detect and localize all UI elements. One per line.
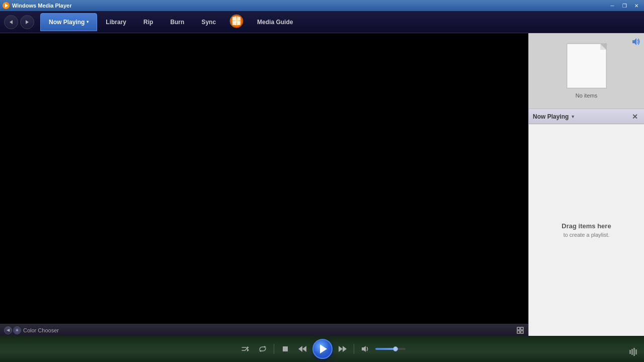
tab-media-guide[interactable]: Media Guide — [249, 13, 301, 31]
svg-marker-19 — [298, 346, 302, 352]
shuffle-button[interactable] — [238, 342, 253, 356]
tab-library[interactable]: Library — [97, 13, 135, 31]
taskbar-right — [629, 347, 638, 358]
drag-hint-subtext: to create a playlist. — [564, 232, 610, 238]
volume-thumb[interactable] — [393, 346, 398, 351]
right-panel: No items Now Playing ▼ ✕ Drag items here… — [528, 33, 644, 336]
svg-rect-11 — [517, 331, 520, 333]
separator-1 — [274, 344, 274, 354]
separator-2 — [354, 344, 354, 354]
main-content: ◀ ● Color Chooser — [0, 33, 644, 336]
color-chooser-label: Color Chooser — [23, 327, 59, 333]
nav-back-button[interactable] — [4, 15, 18, 29]
nav-forward-button[interactable] — [20, 15, 34, 29]
volume-slider[interactable] — [375, 348, 406, 350]
tab-sync[interactable]: Sync — [193, 13, 224, 31]
app-icon — [2, 2, 10, 10]
color-prev-button[interactable]: ◀ — [4, 326, 12, 334]
fast-forward-button[interactable] — [336, 342, 350, 356]
titlebar: Windows Media Player ─ ❐ ✕ — [0, 0, 644, 11]
tab-now-playing[interactable]: Now Playing ▾ — [40, 13, 97, 31]
svg-marker-21 — [339, 346, 343, 352]
color-chooser-expand-button[interactable] — [516, 326, 524, 334]
svg-marker-13 — [632, 38, 636, 45]
volume-button[interactable] — [358, 342, 372, 356]
svg-marker-22 — [343, 346, 347, 352]
repeat-button[interactable] — [256, 342, 270, 356]
titlebar-title: Windows Media Player — [12, 3, 72, 9]
svg-marker-23 — [362, 346, 366, 352]
video-area: ◀ ● Color Chooser — [0, 33, 528, 336]
titlebar-left: Windows Media Player — [2, 2, 72, 10]
no-items-label: No items — [576, 93, 597, 99]
tab-burn[interactable]: Burn — [162, 13, 193, 31]
svg-rect-27 — [635, 349, 637, 354]
windows-logo[interactable] — [228, 13, 245, 29]
svg-marker-2 — [10, 20, 13, 24]
playback-controls — [238, 339, 406, 359]
tab-rip[interactable]: Rip — [135, 13, 162, 31]
svg-rect-25 — [631, 349, 633, 355]
album-area: No items — [529, 33, 644, 109]
now-playing-header: Now Playing ▼ ✕ — [529, 109, 644, 124]
titlebar-controls: ─ ❐ ✕ — [607, 2, 642, 10]
taskbar — [0, 336, 644, 362]
svg-rect-10 — [521, 327, 523, 330]
svg-marker-20 — [302, 346, 306, 352]
taskbar-speaker-icon[interactable] — [629, 347, 638, 358]
album-art — [567, 43, 607, 88]
bottom-info-bar: ◀ ● Color Chooser — [0, 324, 528, 336]
svg-rect-26 — [633, 348, 635, 356]
svg-marker-8 — [237, 21, 240, 25]
now-playing-dropdown[interactable]: ▼ — [571, 114, 575, 119]
play-button[interactable] — [312, 339, 333, 359]
speaker-icon[interactable] — [631, 37, 640, 48]
navbar: Now Playing ▾ Library Rip Burn Sync — [0, 11, 644, 33]
color-next-button[interactable]: ● — [13, 326, 21, 334]
svg-rect-24 — [629, 350, 631, 354]
svg-marker-14 — [247, 346, 249, 348]
tab-arrow-now-playing: ▾ — [87, 20, 89, 24]
svg-rect-18 — [283, 346, 288, 351]
close-button[interactable]: ✕ — [631, 2, 642, 10]
stop-button[interactable] — [278, 342, 292, 356]
drag-hint-text: Drag items here — [561, 222, 611, 230]
tabbar: Now Playing ▾ Library Rip Burn Sync — [40, 13, 640, 31]
playlist-area[interactable]: Drag items here to create a playlist. — [529, 124, 644, 336]
minimize-button[interactable]: ─ — [607, 2, 618, 10]
now-playing-title: Now Playing ▼ — [533, 113, 575, 120]
now-playing-close-button[interactable]: ✕ — [630, 112, 640, 122]
restore-button[interactable]: ❐ — [619, 2, 630, 10]
rewind-button[interactable] — [295, 342, 309, 356]
video-content — [0, 33, 528, 324]
svg-marker-7 — [232, 21, 236, 25]
svg-marker-3 — [26, 20, 29, 24]
svg-rect-9 — [517, 327, 520, 330]
color-chooser-arrows: ◀ ● — [4, 326, 21, 334]
svg-rect-12 — [521, 331, 523, 333]
